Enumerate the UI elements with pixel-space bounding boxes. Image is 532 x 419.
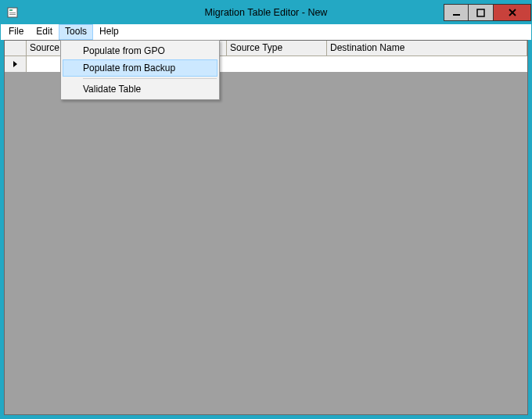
grid-col-destination-name[interactable]: Destination Name <box>327 41 527 56</box>
minimize-button[interactable] <box>444 4 469 21</box>
menubar: File Edit Tools Help <box>1 24 531 40</box>
menu-tools[interactable]: Tools <box>59 24 93 40</box>
menuitem-populate-from-gpo[interactable]: Populate from GPO <box>63 42 217 59</box>
app-icon <box>6 6 19 19</box>
menu-edit[interactable]: Edit <box>30 24 59 40</box>
menuitem-validate-table[interactable]: Validate Table <box>63 81 217 98</box>
svg-rect-2 <box>9 13 16 13</box>
grid-header-rowselector[interactable] <box>5 41 27 56</box>
cell-destination-name[interactable] <box>327 56 527 72</box>
menu-help[interactable]: Help <box>93 24 125 40</box>
tools-dropdown: Populate from GPO Populate from Backup V… <box>60 40 220 100</box>
titlebar[interactable]: Migration Table Editor - New <box>1 1 531 24</box>
svg-rect-1 <box>9 9 13 11</box>
svg-rect-4 <box>453 14 460 16</box>
app-window: Migration Table Editor - New File Edit T… <box>0 0 532 419</box>
menuitem-populate-from-backup[interactable]: Populate from Backup <box>63 59 217 77</box>
menu-file[interactable]: File <box>2 24 30 40</box>
window-controls <box>444 4 531 21</box>
dropdown-separator <box>83 78 217 79</box>
current-row-arrow-icon <box>13 61 17 67</box>
svg-rect-5 <box>477 9 484 16</box>
close-button[interactable] <box>494 4 531 21</box>
cell-source-type[interactable] <box>227 56 327 72</box>
grid-row-indicator[interactable] <box>5 56 27 72</box>
maximize-button[interactable] <box>469 4 494 21</box>
svg-rect-3 <box>9 14 16 15</box>
grid-col-source-type[interactable]: Source Type <box>227 41 327 56</box>
